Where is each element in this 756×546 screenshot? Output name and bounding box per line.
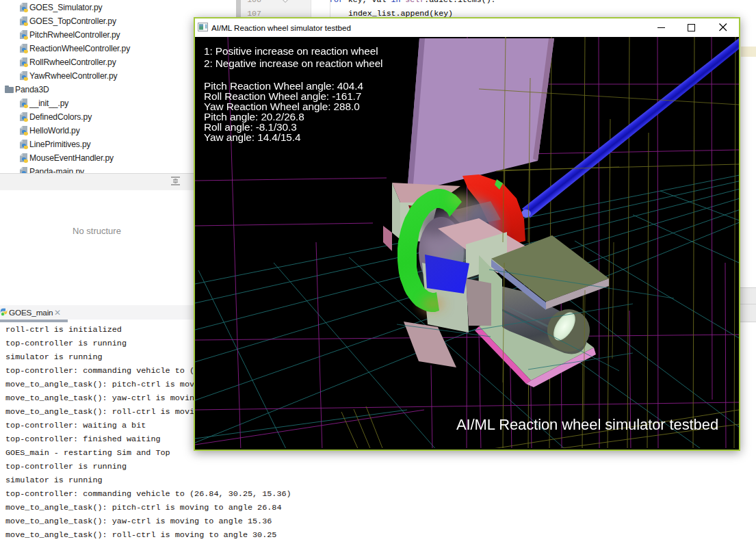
svg-text:AI/ML Reaction wheel simulator: AI/ML Reaction wheel simulator testbed xyxy=(456,416,718,433)
svg-text:1: Positive increase on reacti: 1: Positive increase on reaction wheel xyxy=(204,45,378,57)
svg-text:Yaw angle: 14.4/15.4: Yaw angle: 14.4/15.4 xyxy=(204,131,301,143)
svg-text:2: Negative increase on reacti: 2: Negative increase on reaction wheel xyxy=(204,57,382,69)
